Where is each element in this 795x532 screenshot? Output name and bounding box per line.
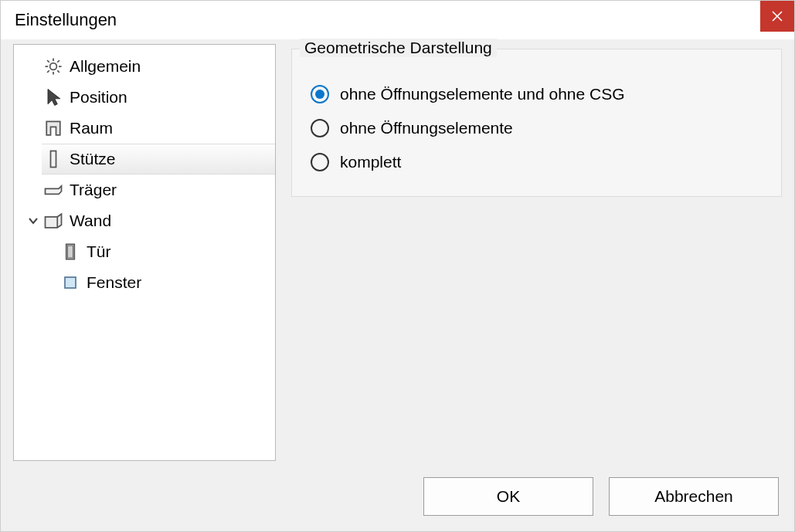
close-button[interactable] [760,1,794,32]
button-label: OK [497,487,520,506]
titlebar: Einstellungen [1,1,794,39]
window-icon [59,271,82,294]
tree-item-position[interactable]: Position [14,82,275,113]
tree-item-allgemein[interactable]: Allgemein [14,51,275,82]
radio-icon [311,119,329,137]
tree-item-label: Raum [70,119,113,137]
dialog-footer: OK Abbrechen [423,477,779,516]
radio-icon [311,153,329,171]
close-icon [772,8,783,25]
room-icon [42,117,65,140]
tree-item-fenster[interactable]: Fenster [14,267,275,298]
tree-item-traeger[interactable]: Träger [14,175,275,205]
tree-item-label: Träger [70,181,117,199]
tree-item-tuer[interactable]: Tür [14,236,275,267]
svg-rect-4 [65,277,76,288]
groupbox-title: Geometrische Darstellung [300,39,497,57]
radio-no-openings[interactable]: ohne Öffnungselemente [311,111,763,145]
svg-rect-3 [68,246,73,258]
radio-complete[interactable]: komplett [311,145,763,179]
dialog-body: Allgemein Position [1,39,794,468]
chevron-down-icon[interactable] [25,215,42,226]
tree-item-raum[interactable]: Raum [14,113,275,144]
button-label: Abbrechen [654,487,733,506]
ok-button[interactable]: OK [423,477,593,516]
svg-point-0 [50,63,57,70]
tree-item-label: Position [70,88,127,107]
settings-dialog: Einstellungen Allgemein [0,0,795,532]
svg-rect-1 [51,151,56,168]
beam-icon [42,178,65,202]
tree-item-label: Tür [87,242,111,261]
radio-icon [311,85,329,103]
door-icon [59,240,82,263]
cursor-icon [42,86,65,109]
radio-label: ohne Öffnungselemente [340,119,513,137]
gear-icon [42,55,65,78]
tree-item-label: Wand [70,212,111,230]
column-icon [42,147,65,171]
tree-item-stuetze[interactable]: Stütze [14,144,275,175]
tree-item-label: Fenster [87,273,141,292]
tree-item-label: Allgemein [70,57,141,76]
radio-label: ohne Öffnungselemente und ohne CSG [340,85,625,103]
radio-no-openings-no-csg[interactable]: ohne Öffnungselemente und ohne CSG [311,77,763,111]
content-panel: Geometrische Darstellung ohne Öffnungsel… [276,44,782,468]
tree-item-label: Stütze [70,150,116,168]
tree-item-wand[interactable]: Wand [14,205,275,236]
group-geometric-representation: Geometrische Darstellung ohne Öffnungsel… [291,49,782,197]
cancel-button[interactable]: Abbrechen [609,477,779,516]
wall-icon [42,209,65,232]
window-title: Einstellungen [15,10,117,30]
nav-tree[interactable]: Allgemein Position [13,44,276,461]
radio-label: komplett [340,153,401,171]
